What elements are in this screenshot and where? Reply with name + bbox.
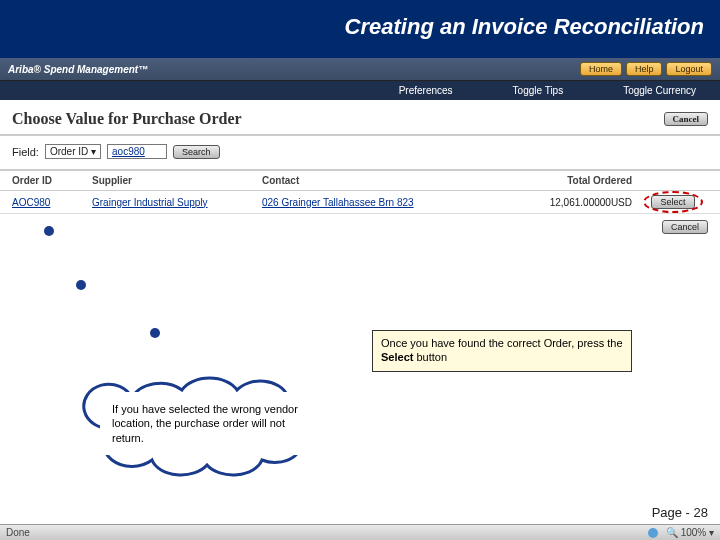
panel-heading-row: Choose Value for Purchase Order Cancel xyxy=(0,100,720,136)
callout-select: Once you have found the correct Order, p… xyxy=(372,330,632,372)
field-label: Field: xyxy=(12,146,39,158)
cell-order-id[interactable]: AOC980 xyxy=(12,197,92,208)
col-total: Total Ordered xyxy=(482,175,638,186)
col-supplier: Supplier xyxy=(92,175,262,186)
panel-heading: Choose Value for Purchase Order xyxy=(12,110,242,128)
page-footer: Page - 28 xyxy=(652,505,708,520)
search-row: Field: Order ID ▾ aoc980 Search xyxy=(0,136,720,169)
zoom-indicator: 🔍 100% ▾ xyxy=(666,527,714,538)
col-order-id: Order ID xyxy=(12,175,92,186)
select-button[interactable]: Select xyxy=(651,195,694,209)
cancel-button-bottom[interactable]: Cancel xyxy=(662,220,708,234)
browser-status-bar: Done 🔍 100% ▾ xyxy=(0,524,720,540)
cell-contact[interactable]: 026 Grainger Tallahassee Brn 823 xyxy=(262,197,482,208)
table-row: AOC980 Grainger Industrial Supply 026 Gr… xyxy=(0,191,720,214)
menu-preferences[interactable]: Preferences xyxy=(399,85,453,96)
home-button[interactable]: Home xyxy=(580,62,622,76)
bottom-actions: Cancel xyxy=(0,214,720,244)
menu-toggle-currency[interactable]: Toggle Currency xyxy=(623,85,696,96)
menu-strip: Preferences Toggle Tips Toggle Currency xyxy=(0,81,720,100)
trail-dot xyxy=(44,226,54,236)
internet-icon xyxy=(648,528,658,538)
trail-dot xyxy=(76,280,86,290)
col-contact: Contact xyxy=(262,175,482,186)
cell-supplier[interactable]: Grainger Industrial Supply xyxy=(92,197,262,208)
logout-button[interactable]: Logout xyxy=(666,62,712,76)
search-input[interactable]: aoc980 xyxy=(107,144,167,159)
search-button[interactable]: Search xyxy=(173,145,220,159)
help-button[interactable]: Help xyxy=(626,62,663,76)
menu-toggle-tips[interactable]: Toggle Tips xyxy=(513,85,564,96)
field-select[interactable]: Order ID ▾ xyxy=(45,144,101,159)
trail-dot xyxy=(150,328,160,338)
app-brand: Ariba® Spend Management™ xyxy=(8,64,148,75)
app-header: Ariba® Spend Management™ Home Help Logou… xyxy=(0,58,720,81)
table-header: Order ID Supplier Contact Total Ordered xyxy=(0,169,720,191)
cell-total: 12,061.00000USD xyxy=(482,197,638,208)
nav-buttons: Home Help Logout xyxy=(580,62,712,76)
status-left: Done xyxy=(6,527,30,538)
cancel-button-top[interactable]: Cancel xyxy=(664,112,709,126)
slide-title: Creating an Invoice Reconciliation xyxy=(0,0,720,58)
callout-cloud: If you have selected the wrong vendor lo… xyxy=(100,392,330,455)
